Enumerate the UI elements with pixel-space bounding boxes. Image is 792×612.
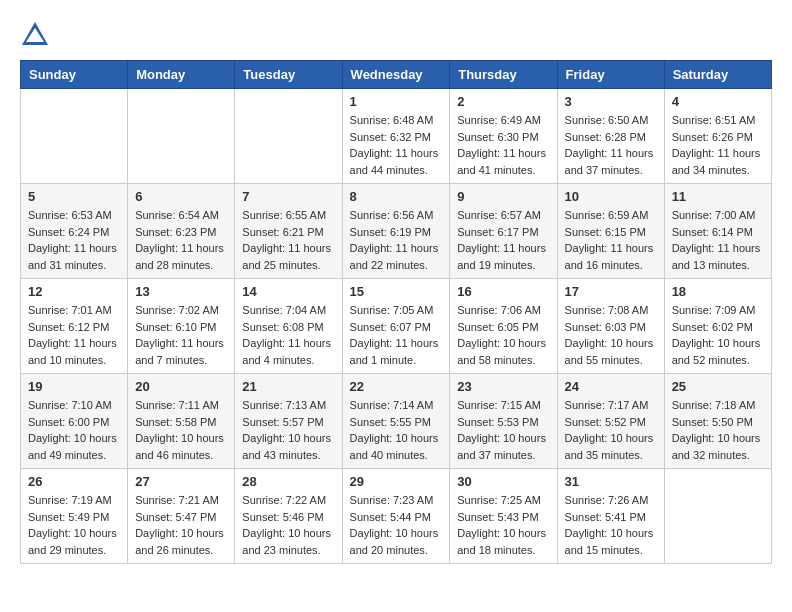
- calendar-cell: 17 Sunrise: 7:08 AMSunset: 6:03 PMDaylig…: [557, 279, 664, 374]
- day-number: 6: [135, 189, 227, 204]
- calendar-cell: 20 Sunrise: 7:11 AMSunset: 5:58 PMDaylig…: [128, 374, 235, 469]
- day-info: Sunrise: 6:55 AMSunset: 6:21 PMDaylight:…: [242, 207, 334, 273]
- calendar-cell: 14 Sunrise: 7:04 AMSunset: 6:08 PMDaylig…: [235, 279, 342, 374]
- day-number: 15: [350, 284, 443, 299]
- day-info: Sunrise: 7:14 AMSunset: 5:55 PMDaylight:…: [350, 397, 443, 463]
- calendar-cell: 23 Sunrise: 7:15 AMSunset: 5:53 PMDaylig…: [450, 374, 557, 469]
- day-number: 5: [28, 189, 120, 204]
- day-number: 14: [242, 284, 334, 299]
- day-number: 29: [350, 474, 443, 489]
- calendar-cell: 28 Sunrise: 7:22 AMSunset: 5:46 PMDaylig…: [235, 469, 342, 564]
- day-number: 18: [672, 284, 764, 299]
- day-info: Sunrise: 7:15 AMSunset: 5:53 PMDaylight:…: [457, 397, 549, 463]
- calendar-cell: 1 Sunrise: 6:48 AMSunset: 6:32 PMDayligh…: [342, 89, 450, 184]
- calendar-cell: 4 Sunrise: 6:51 AMSunset: 6:26 PMDayligh…: [664, 89, 771, 184]
- day-info: Sunrise: 7:01 AMSunset: 6:12 PMDaylight:…: [28, 302, 120, 368]
- calendar-cell: 7 Sunrise: 6:55 AMSunset: 6:21 PMDayligh…: [235, 184, 342, 279]
- day-info: Sunrise: 7:22 AMSunset: 5:46 PMDaylight:…: [242, 492, 334, 558]
- day-info: Sunrise: 7:23 AMSunset: 5:44 PMDaylight:…: [350, 492, 443, 558]
- calendar-cell: 27 Sunrise: 7:21 AMSunset: 5:47 PMDaylig…: [128, 469, 235, 564]
- week-row-4: 19 Sunrise: 7:10 AMSunset: 6:00 PMDaylig…: [21, 374, 772, 469]
- day-info: Sunrise: 6:57 AMSunset: 6:17 PMDaylight:…: [457, 207, 549, 273]
- day-number: 12: [28, 284, 120, 299]
- day-info: Sunrise: 6:53 AMSunset: 6:24 PMDaylight:…: [28, 207, 120, 273]
- calendar-cell: 8 Sunrise: 6:56 AMSunset: 6:19 PMDayligh…: [342, 184, 450, 279]
- calendar-cell: [235, 89, 342, 184]
- day-number: 10: [565, 189, 657, 204]
- day-number: 26: [28, 474, 120, 489]
- day-number: 4: [672, 94, 764, 109]
- calendar-cell: [664, 469, 771, 564]
- day-number: 25: [672, 379, 764, 394]
- day-info: Sunrise: 7:13 AMSunset: 5:57 PMDaylight:…: [242, 397, 334, 463]
- day-info: Sunrise: 6:54 AMSunset: 6:23 PMDaylight:…: [135, 207, 227, 273]
- day-number: 27: [135, 474, 227, 489]
- day-info: Sunrise: 6:56 AMSunset: 6:19 PMDaylight:…: [350, 207, 443, 273]
- calendar-cell: 16 Sunrise: 7:06 AMSunset: 6:05 PMDaylig…: [450, 279, 557, 374]
- day-number: 9: [457, 189, 549, 204]
- column-header-thursday: Thursday: [450, 61, 557, 89]
- day-number: 19: [28, 379, 120, 394]
- day-info: Sunrise: 7:06 AMSunset: 6:05 PMDaylight:…: [457, 302, 549, 368]
- day-number: 1: [350, 94, 443, 109]
- calendar-cell: 15 Sunrise: 7:05 AMSunset: 6:07 PMDaylig…: [342, 279, 450, 374]
- calendar-cell: [21, 89, 128, 184]
- calendar-cell: 18 Sunrise: 7:09 AMSunset: 6:02 PMDaylig…: [664, 279, 771, 374]
- day-info: Sunrise: 7:11 AMSunset: 5:58 PMDaylight:…: [135, 397, 227, 463]
- calendar-cell: 25 Sunrise: 7:18 AMSunset: 5:50 PMDaylig…: [664, 374, 771, 469]
- day-number: 11: [672, 189, 764, 204]
- calendar-cell: 12 Sunrise: 7:01 AMSunset: 6:12 PMDaylig…: [21, 279, 128, 374]
- calendar-cell: 31 Sunrise: 7:26 AMSunset: 5:41 PMDaylig…: [557, 469, 664, 564]
- calendar-header-row: SundayMondayTuesdayWednesdayThursdayFrid…: [21, 61, 772, 89]
- column-header-friday: Friday: [557, 61, 664, 89]
- day-info: Sunrise: 7:00 AMSunset: 6:14 PMDaylight:…: [672, 207, 764, 273]
- calendar-cell: 21 Sunrise: 7:13 AMSunset: 5:57 PMDaylig…: [235, 374, 342, 469]
- day-info: Sunrise: 7:04 AMSunset: 6:08 PMDaylight:…: [242, 302, 334, 368]
- day-info: Sunrise: 7:08 AMSunset: 6:03 PMDaylight:…: [565, 302, 657, 368]
- day-info: Sunrise: 7:19 AMSunset: 5:49 PMDaylight:…: [28, 492, 120, 558]
- column-header-wednesday: Wednesday: [342, 61, 450, 89]
- calendar-cell: 2 Sunrise: 6:49 AMSunset: 6:30 PMDayligh…: [450, 89, 557, 184]
- calendar-table: SundayMondayTuesdayWednesdayThursdayFrid…: [20, 60, 772, 564]
- day-info: Sunrise: 7:09 AMSunset: 6:02 PMDaylight:…: [672, 302, 764, 368]
- day-number: 8: [350, 189, 443, 204]
- week-row-2: 5 Sunrise: 6:53 AMSunset: 6:24 PMDayligh…: [21, 184, 772, 279]
- day-number: 16: [457, 284, 549, 299]
- column-header-sunday: Sunday: [21, 61, 128, 89]
- calendar-cell: 13 Sunrise: 7:02 AMSunset: 6:10 PMDaylig…: [128, 279, 235, 374]
- day-number: 22: [350, 379, 443, 394]
- calendar-cell: 29 Sunrise: 7:23 AMSunset: 5:44 PMDaylig…: [342, 469, 450, 564]
- day-info: Sunrise: 7:02 AMSunset: 6:10 PMDaylight:…: [135, 302, 227, 368]
- day-number: 7: [242, 189, 334, 204]
- day-info: Sunrise: 6:51 AMSunset: 6:26 PMDaylight:…: [672, 112, 764, 178]
- day-info: Sunrise: 6:48 AMSunset: 6:32 PMDaylight:…: [350, 112, 443, 178]
- logo-icon: [20, 20, 50, 50]
- calendar-cell: 10 Sunrise: 6:59 AMSunset: 6:15 PMDaylig…: [557, 184, 664, 279]
- day-info: Sunrise: 7:17 AMSunset: 5:52 PMDaylight:…: [565, 397, 657, 463]
- column-header-tuesday: Tuesday: [235, 61, 342, 89]
- day-info: Sunrise: 7:10 AMSunset: 6:00 PMDaylight:…: [28, 397, 120, 463]
- column-header-saturday: Saturday: [664, 61, 771, 89]
- day-number: 31: [565, 474, 657, 489]
- calendar-cell: 5 Sunrise: 6:53 AMSunset: 6:24 PMDayligh…: [21, 184, 128, 279]
- day-info: Sunrise: 6:49 AMSunset: 6:30 PMDaylight:…: [457, 112, 549, 178]
- day-number: 2: [457, 94, 549, 109]
- calendar-cell: 22 Sunrise: 7:14 AMSunset: 5:55 PMDaylig…: [342, 374, 450, 469]
- page-header: [20, 20, 772, 50]
- calendar-cell: 3 Sunrise: 6:50 AMSunset: 6:28 PMDayligh…: [557, 89, 664, 184]
- calendar-cell: [128, 89, 235, 184]
- week-row-1: 1 Sunrise: 6:48 AMSunset: 6:32 PMDayligh…: [21, 89, 772, 184]
- day-number: 21: [242, 379, 334, 394]
- day-info: Sunrise: 6:59 AMSunset: 6:15 PMDaylight:…: [565, 207, 657, 273]
- calendar-cell: 24 Sunrise: 7:17 AMSunset: 5:52 PMDaylig…: [557, 374, 664, 469]
- calendar-cell: 19 Sunrise: 7:10 AMSunset: 6:00 PMDaylig…: [21, 374, 128, 469]
- day-number: 28: [242, 474, 334, 489]
- day-info: Sunrise: 7:25 AMSunset: 5:43 PMDaylight:…: [457, 492, 549, 558]
- day-number: 23: [457, 379, 549, 394]
- day-info: Sunrise: 7:21 AMSunset: 5:47 PMDaylight:…: [135, 492, 227, 558]
- week-row-5: 26 Sunrise: 7:19 AMSunset: 5:49 PMDaylig…: [21, 469, 772, 564]
- day-number: 13: [135, 284, 227, 299]
- day-info: Sunrise: 7:18 AMSunset: 5:50 PMDaylight:…: [672, 397, 764, 463]
- calendar-cell: 9 Sunrise: 6:57 AMSunset: 6:17 PMDayligh…: [450, 184, 557, 279]
- logo: [20, 20, 54, 50]
